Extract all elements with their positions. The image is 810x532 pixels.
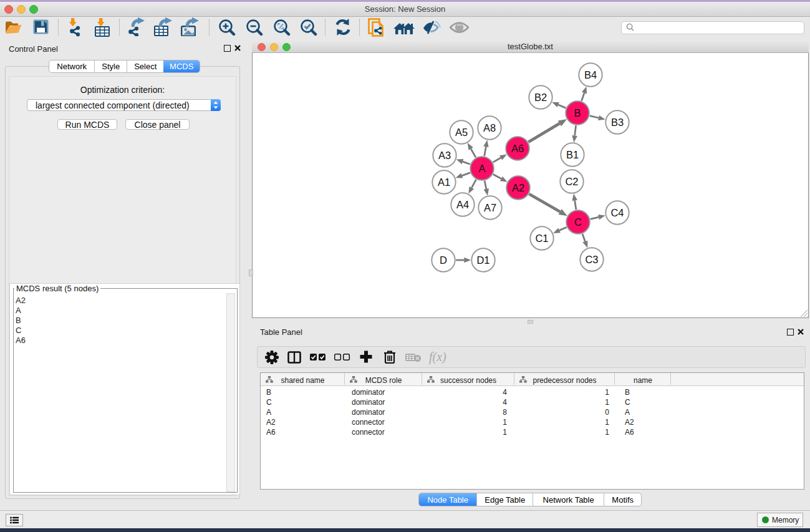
svg-text:A8: A8 xyxy=(483,122,496,133)
svg-text:A3: A3 xyxy=(438,150,451,161)
svg-text:A: A xyxy=(478,163,485,174)
svg-text:A4: A4 xyxy=(456,199,469,210)
svg-text:C: C xyxy=(574,216,582,228)
svg-text:B4: B4 xyxy=(584,69,597,80)
svg-text:B3: B3 xyxy=(611,117,624,128)
svg-text:B1: B1 xyxy=(566,149,579,160)
svg-text:C4: C4 xyxy=(610,207,624,218)
svg-text:C1: C1 xyxy=(535,233,548,244)
svg-text:A1: A1 xyxy=(438,177,450,188)
svg-text:D1: D1 xyxy=(476,254,489,266)
svg-text:A5: A5 xyxy=(455,127,468,138)
svg-text:D: D xyxy=(440,254,447,266)
svg-text:C2: C2 xyxy=(565,176,578,187)
svg-text:C3: C3 xyxy=(585,254,598,265)
svg-text:A2: A2 xyxy=(512,182,524,193)
svg-text:A6: A6 xyxy=(511,143,524,154)
svg-text:A7: A7 xyxy=(484,202,496,213)
svg-text:B: B xyxy=(574,107,581,118)
svg-text:B2: B2 xyxy=(534,92,547,103)
